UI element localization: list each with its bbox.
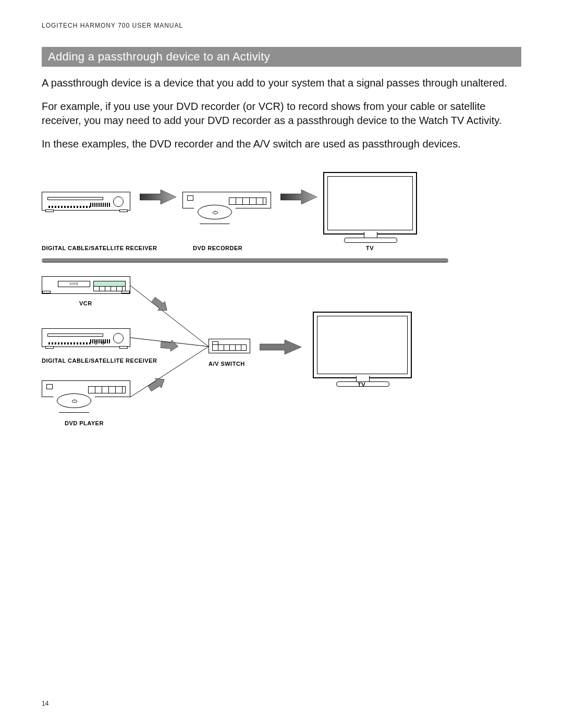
paragraph-1: A passthrough device is a device that yo… <box>42 76 521 90</box>
cable-receiver-icon <box>42 328 130 347</box>
av-switch-label: A/V SWITCH <box>209 361 245 367</box>
document-header: LOGITECH HARMONY 700 USER MANUAL <box>42 22 521 29</box>
dvd-recorder-icon <box>182 192 271 208</box>
vcr-icon: VHS <box>42 276 130 294</box>
paragraph-2: For example, if you use your DVD recorde… <box>42 100 521 128</box>
tv-label: TV <box>358 381 365 388</box>
tv-icon <box>323 172 417 235</box>
svg-marker-8 <box>260 340 301 354</box>
manual-page: LOGITECH HARMONY 700 USER MANUAL Adding … <box>0 0 563 728</box>
svg-marker-0 <box>140 190 176 204</box>
av-switch-icon <box>209 339 250 353</box>
svg-line-4 <box>130 347 209 397</box>
dvd-player-icon <box>42 380 130 397</box>
arrowhead-icon <box>160 339 179 352</box>
tv-icon <box>313 312 412 378</box>
dvd-player-label: DVD PLAYER <box>65 420 104 426</box>
cable-receiver-label: DIGITAL CABLE/SATELLITE RECEIVER <box>42 245 157 251</box>
svg-marker-6 <box>160 339 179 352</box>
svg-line-2 <box>130 286 209 347</box>
arrow-right-icon <box>260 340 301 354</box>
svg-marker-1 <box>280 190 317 204</box>
dvd-recorder-label: DVD RECORDER <box>193 245 242 251</box>
vhs-tape-label: VHS <box>58 281 90 287</box>
vcr-label: VCR <box>79 300 92 306</box>
cable-receiver-icon <box>42 192 130 211</box>
section-title-bar: Adding a passthrough device to an Activi… <box>42 47 521 67</box>
arrow-right-icon <box>280 190 317 204</box>
tv-label: TV <box>366 245 374 251</box>
passthrough-diagram: DIGITAL CABLE/SATELLITE RECEIVER DVD REC… <box>42 172 448 448</box>
arrow-right-icon <box>140 190 176 204</box>
diagram-divider <box>42 258 448 263</box>
paragraph-3: In these examples, the DVD recorder and … <box>42 137 521 151</box>
page-number: 14 <box>42 700 48 707</box>
